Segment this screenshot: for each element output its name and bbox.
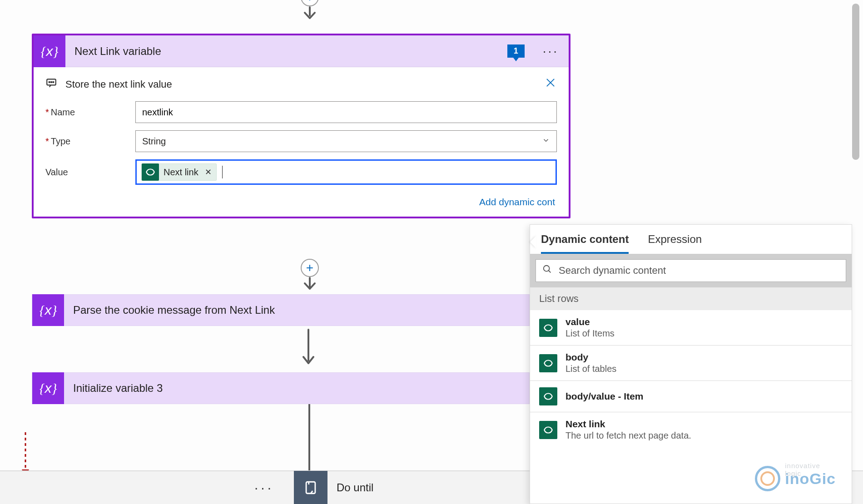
dyn-item[interactable]: body List of tables bbox=[530, 346, 852, 381]
value-input[interactable]: Next link ✕ bbox=[135, 159, 557, 185]
comment-row: Store the next link value bbox=[45, 76, 557, 92]
dyn-item[interactable]: value List of Items bbox=[530, 310, 852, 346]
connector-mid2 bbox=[301, 329, 316, 370]
dataverse-icon bbox=[539, 387, 557, 405]
text-caret bbox=[222, 166, 223, 178]
row-value: Value Next link ✕ bbox=[45, 159, 557, 185]
row-type: *Type String bbox=[45, 130, 557, 152]
step-title: Initialize variable 3 bbox=[64, 382, 529, 395]
comment-text: Store the next link value bbox=[65, 79, 172, 90]
add-dynamic-content-link[interactable]: Add dynamic cont bbox=[45, 192, 557, 215]
connector-top: + bbox=[301, 0, 319, 21]
type-label: *Type bbox=[45, 136, 135, 147]
dataverse-icon bbox=[539, 354, 557, 372]
tab-dynamic-content[interactable]: Dynamic content bbox=[541, 233, 629, 254]
comment-count-badge[interactable]: 1 bbox=[507, 44, 525, 58]
dataverse-icon bbox=[142, 163, 159, 181]
dyn-item[interactable]: Next link The url to fetch next page dat… bbox=[530, 412, 852, 447]
step-menu-button[interactable]: ··· bbox=[533, 44, 569, 59]
dyn-search-wrap: Search dynamic content bbox=[530, 254, 852, 287]
scrollbar-track[interactable] bbox=[852, 0, 861, 504]
chevron-down-icon bbox=[542, 136, 550, 147]
step-header[interactable]: {x} Next Link variable 1 ··· bbox=[34, 35, 569, 67]
svg-point-2 bbox=[51, 81, 52, 82]
arrow-down-icon bbox=[302, 277, 317, 292]
dyn-search-input[interactable]: Search dynamic content bbox=[536, 259, 846, 282]
step-title: Next Link variable bbox=[65, 45, 507, 58]
tab-expression[interactable]: Expression bbox=[648, 233, 702, 254]
insert-step-button[interactable]: + bbox=[301, 0, 319, 6]
connector-mid1: + bbox=[301, 259, 319, 292]
dyn-item-title: body bbox=[565, 352, 616, 363]
svg-point-5 bbox=[544, 266, 550, 272]
dyn-item-title: body/value - Item bbox=[565, 391, 644, 402]
search-icon bbox=[542, 264, 552, 277]
flow-designer-canvas: + {x} Next Link variable 1 ··· Store the… bbox=[0, 0, 863, 504]
dataverse-icon bbox=[539, 421, 557, 439]
dyn-item-title: Next link bbox=[565, 419, 691, 430]
insert-step-button[interactable]: + bbox=[301, 259, 319, 277]
dyn-group-header: List rows bbox=[530, 287, 852, 310]
step-card-init-var3[interactable]: {x} Initialize variable 3 bbox=[32, 372, 530, 404]
dynamic-content-panel: Dynamic content Expression Search dynami… bbox=[530, 224, 852, 504]
arrow-down-icon bbox=[302, 6, 317, 21]
do-until-label: Do until bbox=[337, 481, 373, 494]
scrollbar-thumb[interactable] bbox=[852, 4, 859, 160]
value-label: Value bbox=[45, 167, 135, 178]
dyn-search-placeholder: Search dynamic content bbox=[559, 265, 666, 277]
name-label: *Name bbox=[45, 107, 135, 118]
dataverse-icon bbox=[539, 319, 557, 337]
control-icon bbox=[294, 471, 327, 504]
variable-icon: {x} bbox=[34, 35, 65, 67]
step-card-parse-cookie[interactable]: {x} Parse the cookie message from Next L… bbox=[32, 294, 530, 326]
svg-rect-4 bbox=[306, 482, 315, 494]
connector-mid3 bbox=[308, 404, 311, 479]
variable-icon: {x} bbox=[32, 372, 64, 404]
plus-icon: + bbox=[306, 262, 313, 274]
dyn-item-sub: The url to fetch next page data. bbox=[565, 430, 691, 441]
type-value: String bbox=[142, 136, 166, 147]
step-title: Parse the cookie message from Next Link bbox=[64, 304, 529, 316]
dyn-item-sub: List of tables bbox=[565, 364, 616, 374]
step-body: Store the next link value *Name *Type St… bbox=[34, 67, 569, 217]
dyn-tabs: Dynamic content Expression bbox=[530, 225, 852, 254]
dyn-item-sub: List of Items bbox=[565, 328, 615, 339]
svg-point-3 bbox=[53, 81, 54, 82]
do-until-menu-button[interactable]: ··· bbox=[236, 480, 292, 495]
variable-icon: {x} bbox=[32, 294, 64, 326]
token-remove-button[interactable]: ✕ bbox=[205, 167, 212, 177]
type-select[interactable]: String bbox=[135, 130, 557, 152]
plus-icon: + bbox=[306, 0, 313, 4]
arrow-down-icon bbox=[301, 329, 316, 370]
close-comment-button[interactable] bbox=[544, 76, 557, 92]
svg-point-1 bbox=[49, 81, 50, 82]
token-next-link[interactable]: Next link ✕ bbox=[141, 163, 217, 181]
row-name: *Name bbox=[45, 101, 557, 123]
token-label: Next link bbox=[164, 167, 198, 178]
panel-notch bbox=[524, 236, 536, 248]
step-card-next-link-variable: {x} Next Link variable 1 ··· Store the n… bbox=[32, 34, 570, 218]
dyn-item[interactable]: body/value - Item bbox=[530, 381, 852, 412]
comment-icon bbox=[45, 77, 57, 92]
name-input[interactable] bbox=[135, 101, 557, 123]
dyn-item-title: value bbox=[565, 316, 615, 327]
